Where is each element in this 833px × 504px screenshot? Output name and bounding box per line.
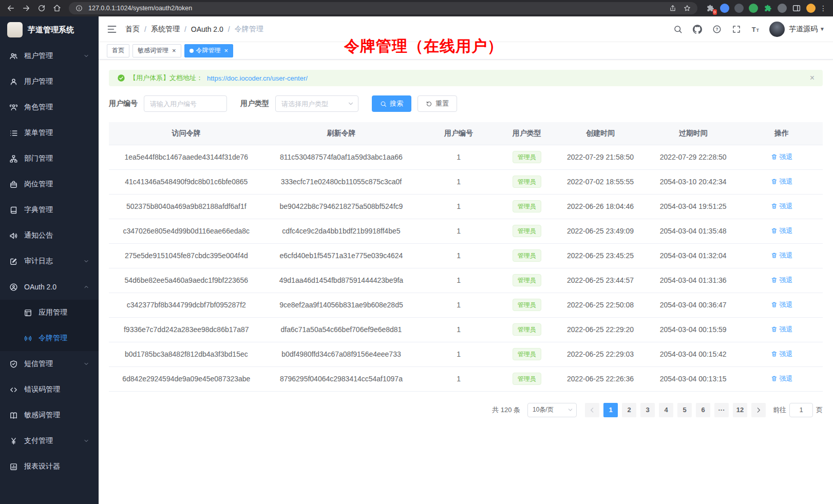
force-logout-button[interactable]: 强退 (771, 325, 793, 334)
info-icon[interactable] (74, 3, 84, 13)
user-id-label: 用户编号 (109, 99, 138, 108)
breadcrumb-item-oauth2[interactable]: OAuth 2.0 (191, 25, 223, 33)
force-logout-button[interactable]: 强退 (771, 152, 793, 162)
sidebar-item-post[interactable]: 岗位管理 (0, 171, 99, 197)
force-logout-button[interactable]: 强退 (771, 177, 793, 186)
sidebar-item-oauth2-token[interactable]: 令牌管理 (0, 325, 99, 351)
tab-home[interactable]: 首页 (107, 44, 129, 57)
force-logout-label: 强退 (780, 325, 793, 334)
page-size-select[interactable]: 10条/页 (527, 403, 577, 417)
github-icon[interactable] (689, 21, 706, 37)
username[interactable]: 芋道源码 (789, 25, 818, 34)
token-table: 访问令牌刷新令牌用户编号用户类型创建时间过期时间操作 1ea5e44f8bc14… (109, 122, 823, 392)
sidebar-item-report-designer[interactable]: 报表设计器 (0, 454, 99, 479)
search-button[interactable]: 搜索 (372, 95, 411, 112)
question-icon[interactable]: ? (709, 21, 725, 37)
force-logout-button[interactable]: 强退 (771, 374, 793, 383)
sidebar-item-pay[interactable]: 支付管理 (0, 428, 99, 454)
cell-access-token: 1ea5e44f8bc1467aaede43144f31de76 (109, 145, 264, 169)
forward-icon[interactable] (20, 2, 33, 15)
page-button-6[interactable]: 6 (696, 403, 710, 417)
ext-blue-icon[interactable] (720, 4, 729, 13)
ext-puzzle-icon[interactable] (706, 4, 715, 13)
doc-link[interactable]: https://doc.iocoder.cn/user-center/ (207, 74, 308, 82)
breadcrumb-item-system[interactable]: 系统管理 (151, 25, 180, 34)
force-logout-button[interactable]: 强退 (771, 276, 793, 285)
cell-create-time: 2022-06-25 22:26:36 (555, 366, 646, 391)
font-size-icon[interactable]: TT (748, 21, 764, 37)
sidebar-item-oauth2[interactable]: OAuth 2.0 (0, 274, 99, 300)
sidebar-item-tenant[interactable]: 租户管理 (0, 43, 99, 69)
cell-actions: 强退 (741, 219, 823, 243)
back-icon[interactable] (4, 2, 17, 15)
force-logout-button[interactable]: 强退 (771, 251, 793, 260)
oauth-icon (9, 283, 18, 292)
sidebar-item-dict[interactable]: 字典管理 (0, 197, 99, 223)
page-button-2[interactable]: 2 (622, 403, 636, 417)
address-bar[interactable]: 127.0.0.1:1024/system/oauth2/token (69, 2, 697, 14)
search-icon[interactable] (670, 21, 686, 37)
force-logout-button[interactable]: 强退 (771, 300, 793, 309)
sidebar-item-sensitive-word[interactable]: 敏感词管理 (0, 402, 99, 428)
user-type-select[interactable] (275, 95, 358, 112)
star-icon[interactable] (682, 3, 692, 13)
share-icon[interactable] (668, 3, 678, 13)
close-icon[interactable]: × (810, 74, 815, 82)
chevron-down-icon[interactable]: ▼ (820, 26, 825, 32)
page-button-3[interactable]: 3 (640, 403, 655, 417)
ext-green-icon[interactable] (749, 4, 758, 13)
goto-label: 前往 (773, 405, 786, 415)
sidebar-item-user[interactable]: 用户管理 (0, 69, 99, 94)
cell-user-type: 管理员 (499, 268, 555, 293)
tab-token[interactable]: 令牌管理× (184, 44, 234, 57)
user-type-badge: 管理员 (513, 151, 541, 163)
ext-puzzle-green-icon[interactable] (763, 4, 772, 13)
sidebar-item-role[interactable]: 角色管理 (0, 94, 99, 120)
reset-button[interactable]: 重置 (418, 95, 457, 112)
ext-panel-icon[interactable] (792, 4, 801, 13)
close-icon[interactable]: × (224, 47, 229, 54)
sidebar-item-sms[interactable]: 短信管理 (0, 351, 99, 377)
sidebar-item-notice[interactable]: 通知公告 (0, 223, 99, 248)
sidebar-item-oauth2-app[interactable]: 应用管理 (0, 300, 99, 325)
tab-sensitive-word[interactable]: 敏感词管理× (132, 44, 181, 57)
user-type-select-input[interactable] (275, 95, 358, 112)
sidebar-item-audit-log[interactable]: 审计日志 (0, 248, 99, 274)
prev-page-button[interactable] (585, 403, 599, 417)
breadcrumb-item-home[interactable]: 首页 (125, 25, 140, 34)
sidebar-item-error-code[interactable]: 错误码管理 (0, 377, 99, 402)
app-icon (24, 308, 32, 317)
delete-icon (771, 326, 778, 333)
cell-access-token: 41c41346a548490f9dc8b01c6bfe0865 (109, 169, 264, 194)
avatar[interactable] (769, 22, 785, 37)
page-button-12[interactable]: 12 (733, 403, 747, 417)
column-header-5: 创建时间 (555, 122, 646, 145)
pay-icon (9, 437, 18, 445)
force-logout-button[interactable]: 强退 (771, 226, 793, 236)
profile-icon[interactable] (806, 4, 816, 13)
page-button-5[interactable]: 5 (677, 403, 692, 417)
cell-access-token: b0d1785bc3a8482f812db4a3f3bd15ec (109, 342, 264, 366)
goto-unit-label: 页 (816, 405, 823, 415)
sidebar-item-dept[interactable]: 部门管理 (0, 146, 99, 171)
browser-menu-icon[interactable]: ⋮ (821, 4, 826, 13)
cell-expire-time: 2054-03-04 01:32:04 (646, 243, 741, 268)
force-logout-button[interactable]: 强退 (771, 202, 793, 211)
ext-slate-icon[interactable] (778, 4, 787, 13)
goto-page-input[interactable] (789, 403, 813, 417)
fullscreen-icon[interactable] (728, 21, 745, 37)
sidebar-item-menu[interactable]: 菜单管理 (0, 120, 99, 146)
reload-icon[interactable] (35, 2, 48, 15)
cell-expire-time: 2054-03-04 01:31:36 (646, 268, 741, 293)
hamburger-icon[interactable] (107, 24, 117, 34)
close-icon[interactable]: × (172, 47, 176, 54)
user-id-input[interactable] (144, 95, 227, 112)
next-page-button[interactable] (751, 403, 766, 417)
more-pages-button[interactable]: ··· (714, 403, 729, 417)
ext-dark-icon[interactable] (734, 4, 744, 13)
page-button-4[interactable]: 4 (659, 403, 673, 417)
app-title: 芋道管理系统 (28, 25, 74, 35)
force-logout-button[interactable]: 强退 (771, 350, 793, 359)
page-button-1[interactable]: 1 (603, 403, 618, 417)
home-icon[interactable] (50, 2, 64, 15)
